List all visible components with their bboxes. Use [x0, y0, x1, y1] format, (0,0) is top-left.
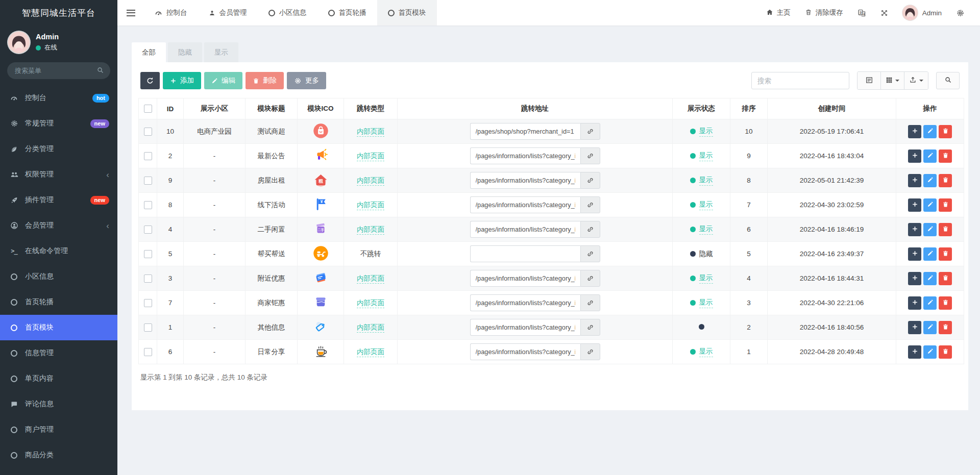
row-plus-button[interactable] [908, 296, 921, 310]
add-button[interactable]: 添加 [163, 72, 201, 89]
jump-type-editable[interactable]: 内部页面 [357, 226, 384, 235]
settings-gears-icon[interactable] [949, 9, 972, 17]
row-checkbox[interactable] [144, 299, 152, 307]
sidebar-item-information[interactable]: 信息管理 [0, 340, 117, 366]
row-delete-button[interactable] [939, 149, 952, 163]
column-header[interactable]: 操作 [896, 98, 964, 119]
row-delete-button[interactable] [939, 321, 952, 334]
sidebar-item-page[interactable]: 单页内容 [0, 366, 117, 391]
row-edit-button[interactable] [923, 272, 937, 285]
row-edit-button[interactable] [923, 321, 937, 334]
filter-tab-1[interactable]: 隐藏 [168, 42, 202, 62]
status-toggle[interactable] [699, 324, 704, 330]
sidebar-item-community[interactable]: 小区信息 [0, 264, 117, 289]
row-delete-button[interactable] [939, 198, 952, 212]
sidebar-item-general[interactable]: 常规管理new [0, 111, 117, 136]
sidebar-item-auth[interactable]: 权限管理‹ [0, 162, 117, 187]
sidebar-item-banner[interactable]: 首页轮播 [0, 289, 117, 315]
row-checkbox[interactable] [144, 177, 152, 185]
row-checkbox[interactable] [144, 250, 152, 258]
navbar-user[interactable]: Admin [895, 5, 949, 20]
url-link-button[interactable] [580, 123, 600, 140]
status-toggle[interactable]: 显示 [690, 151, 713, 161]
select-all-checkbox[interactable] [144, 105, 152, 113]
jump-type-editable[interactable]: 内部页面 [357, 128, 384, 137]
jump-type-editable[interactable]: 内部页面 [357, 152, 384, 161]
jump-url-input[interactable] [470, 343, 580, 360]
nav-tab-module[interactable]: 首页模块 [377, 0, 437, 26]
row-edit-button[interactable] [923, 149, 937, 163]
row-plus-button[interactable] [908, 223, 921, 236]
status-toggle[interactable]: 显示 [690, 347, 713, 357]
status-toggle[interactable]: 显示 [690, 200, 713, 210]
row-checkbox[interactable] [144, 323, 152, 332]
status-toggle[interactable]: 显示 [690, 298, 713, 308]
table-search-input[interactable] [751, 72, 849, 89]
url-link-button[interactable] [580, 270, 600, 287]
home-link[interactable]: 主页 [759, 8, 798, 17]
clear-cache-link[interactable]: 清除缓存 [798, 8, 850, 17]
jump-url-input[interactable] [470, 319, 580, 336]
row-plus-button[interactable] [908, 174, 921, 187]
row-edit-button[interactable] [923, 198, 937, 212]
status-toggle[interactable]: 显示 [690, 273, 713, 284]
nav-tab-console[interactable]: 控制台 [144, 0, 198, 26]
jump-url-input[interactable] [470, 245, 580, 262]
row-edit-button[interactable] [923, 223, 937, 236]
menu-toggle-icon[interactable] [117, 0, 144, 26]
status-toggle[interactable]: 显示 [690, 176, 713, 186]
row-edit-button[interactable] [923, 174, 937, 187]
row-delete-button[interactable] [939, 296, 952, 310]
row-checkbox[interactable] [144, 274, 152, 283]
jump-type-editable[interactable]: 不跳转 [360, 250, 381, 258]
url-link-button[interactable] [580, 221, 600, 238]
url-link-button[interactable] [580, 319, 600, 336]
jump-url-input[interactable] [470, 294, 580, 311]
row-plus-button[interactable] [908, 125, 921, 138]
menu-search-input[interactable] [7, 62, 110, 79]
status-toggle[interactable]: 显示 [690, 127, 713, 137]
export-button[interactable] [904, 72, 928, 89]
row-delete-button[interactable] [939, 125, 952, 138]
row-checkbox[interactable] [144, 226, 152, 234]
row-checkbox[interactable] [144, 201, 152, 209]
column-header[interactable]: 跳转地址 [398, 98, 673, 119]
row-plus-button[interactable] [908, 198, 921, 212]
column-header[interactable]: 排序 [730, 98, 768, 119]
row-checkbox[interactable] [144, 152, 152, 160]
column-header[interactable]: 跳转类型 [344, 98, 398, 119]
column-header[interactable]: 创建时间 [768, 98, 896, 119]
row-edit-button[interactable] [923, 125, 937, 138]
jump-url-input[interactable] [470, 147, 580, 164]
url-link-button[interactable] [580, 343, 600, 360]
sidebar-item-comment[interactable]: 评论信息 [0, 391, 117, 417]
row-delete-button[interactable] [939, 247, 952, 261]
sidebar-item-addon[interactable]: 插件管理new [0, 187, 117, 213]
sidebar-item-command[interactable]: >_在线命令管理 [0, 238, 117, 264]
url-link-button[interactable] [580, 172, 600, 189]
sidebar-item-module[interactable]: 首页模块 [0, 315, 117, 340]
row-edit-button[interactable] [923, 247, 937, 261]
detail-view-button[interactable] [857, 72, 881, 89]
row-edit-button[interactable] [923, 345, 937, 359]
jump-url-input[interactable] [470, 221, 580, 238]
jump-type-editable[interactable]: 内部页面 [357, 348, 384, 357]
row-edit-button[interactable] [923, 296, 937, 310]
jump-url-input[interactable] [470, 196, 580, 213]
search-submit-button[interactable] [936, 72, 960, 89]
nav-tab-banner[interactable]: 首页轮播 [317, 0, 377, 26]
url-link-button[interactable] [580, 294, 600, 311]
url-link-button[interactable] [580, 245, 600, 262]
filter-tab-0[interactable]: 全部 [132, 42, 166, 62]
column-header[interactable]: 展示小区 [184, 98, 246, 119]
refresh-button[interactable] [140, 72, 160, 89]
jump-url-input[interactable] [470, 270, 580, 287]
sidebar-item-console[interactable]: 控制台hot [0, 85, 117, 111]
jump-type-editable[interactable]: 内部页面 [357, 177, 384, 186]
nav-tab-community[interactable]: 小区信息 [258, 0, 317, 26]
nav-tab-member[interactable]: 会员管理 [198, 0, 258, 26]
jump-type-editable[interactable]: 内部页面 [357, 274, 384, 284]
edit-button[interactable]: 编辑 [204, 72, 242, 89]
jump-type-editable[interactable]: 内部页面 [357, 323, 384, 333]
row-plus-button[interactable] [908, 272, 921, 285]
